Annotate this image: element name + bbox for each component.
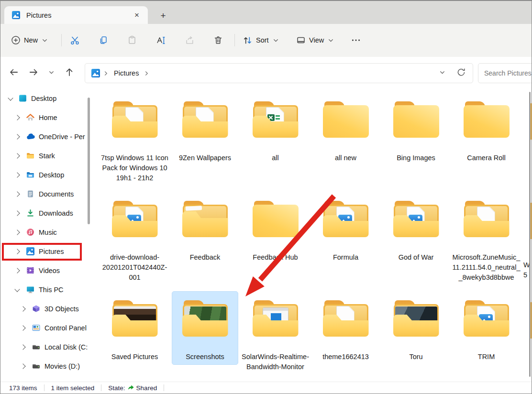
folder-label: drive-download-20201201T042440Z-001 <box>100 252 169 283</box>
chevron-right-icon[interactable] <box>20 344 26 350</box>
folder-tile-microsoft-zunemusic-11-2[interactable]: Microsoft.ZuneMusic_11.2111.54.0_neutral… <box>451 194 521 293</box>
sidebar-item-videos[interactable]: Videos <box>0 261 94 280</box>
sidebar-item-downloads[interactable]: Downloads <box>0 204 94 223</box>
sidebar-item-home[interactable]: Home <box>0 108 94 127</box>
content-scrollbar[interactable] <box>529 92 531 377</box>
folder-label: Feedback <box>170 252 240 263</box>
folder-icon <box>182 300 228 337</box>
refresh-icon[interactable] <box>456 67 466 79</box>
up-button[interactable] <box>60 64 79 83</box>
sidebar-item-documents[interactable]: Documents <box>0 185 94 204</box>
chevron-right-icon[interactable] <box>20 363 26 370</box>
folder-label: Feedback Hub <box>241 252 310 263</box>
sidebar-item-music[interactable]: Music <box>0 223 94 242</box>
chevron-down-icon <box>41 37 48 44</box>
chevron-right-icon[interactable] <box>14 172 21 178</box>
address-dropdown-chevron-icon[interactable] <box>439 69 446 78</box>
chevron-right-icon[interactable] <box>14 267 21 274</box>
delete-button[interactable] <box>209 31 228 50</box>
close-icon[interactable]: × <box>131 9 143 22</box>
new-tab-button[interactable]: + <box>157 10 169 22</box>
folder-label: Microsoft.ZuneMusic_11.2111.54.0_neutral… <box>452 252 521 283</box>
sidebar-item-stark[interactable]: Stark <box>0 146 94 165</box>
copy-button[interactable] <box>94 31 113 50</box>
breadcrumb-pictures[interactable]: Pictures <box>112 68 141 78</box>
chevron-right-icon[interactable] <box>14 133 21 140</box>
sidebar-item-label: This PC <box>39 286 64 294</box>
sidebar-scrollbar[interactable] <box>88 98 90 224</box>
chevron-right-icon[interactable] <box>14 210 21 217</box>
toolbar-separator <box>234 34 235 46</box>
sidebar-item-this-pc[interactable]: This PC <box>0 280 94 299</box>
folder-label: Bing Images <box>381 153 451 163</box>
sidebar-item-label: Control Panel <box>44 324 87 332</box>
chevron-down-icon <box>48 69 55 78</box>
share-button[interactable] <box>180 31 199 50</box>
sidebar-item-movies-d[interactable]: Movies (D:) <box>0 357 94 376</box>
folder-tile-bing-images[interactable]: Bing Images <box>381 95 451 193</box>
chevron-right-icon[interactable] <box>14 191 21 197</box>
folder-tile-theme1662413[interactable]: theme1662413 <box>310 294 381 382</box>
folder-label: all new <box>311 153 380 163</box>
sidebar-item-label: Documents <box>39 190 74 198</box>
folder-icon <box>112 300 158 337</box>
items-count: 173 items <box>9 384 37 392</box>
folder-tile-toru[interactable]: Toru <box>381 294 451 382</box>
sidebar-item-3d-objects[interactable]: 3D Objects <box>0 299 94 318</box>
scissors-icon <box>70 35 80 45</box>
sidebar-item-control-panel[interactable]: Control Panel <box>0 318 94 338</box>
back-button[interactable] <box>4 64 23 83</box>
sort-button[interactable]: Sort <box>240 31 282 50</box>
desktopfolder-icon <box>26 171 35 179</box>
state-label: State: <box>108 384 125 392</box>
sidebar-item-desktop[interactable]: Desktop <box>0 89 94 108</box>
sidebar-item-label: Movies (D:) <box>44 362 80 370</box>
folder-tile-9zen-wallpapers[interactable]: 9Zen Wallpapers <box>170 95 240 193</box>
more-options-button[interactable] <box>346 31 366 50</box>
forward-button[interactable] <box>24 64 43 83</box>
chevron-down-icon[interactable] <box>14 286 21 293</box>
chevron-down-icon[interactable] <box>7 95 14 102</box>
folder-tile-solarwinds-realtime-band[interactable]: SolarWinds-Realtime-Bandwidth-Monitor <box>240 294 310 382</box>
address-bar[interactable]: Pictures <box>85 63 473 83</box>
view-button[interactable]: View <box>293 31 337 50</box>
chevron-right-icon[interactable] <box>14 114 21 121</box>
folder-icon <box>253 300 299 337</box>
rename-button[interactable] <box>151 31 170 50</box>
folder-label: SolarWinds-Realtime-Bandwidth-Monitor <box>241 352 310 372</box>
navigation-pane: DesktopHomeOneDrive - PerStarkDesktopDoc… <box>0 89 94 382</box>
folder-tile-all-new[interactable]: all new <box>310 95 381 193</box>
chevron-right-icon[interactable] <box>14 153 21 159</box>
folder-tile-camera-roll[interactable]: Camera Roll <box>451 95 521 193</box>
sidebar-item-local-disk-c[interactable]: Local Disk (C: <box>0 338 94 357</box>
toolbar: New Sort View <box>0 24 532 57</box>
folder-tile-saved-pictures[interactable]: Saved Pictures <box>100 294 170 382</box>
folder-tile-7tsp-windows-11-icon-pac[interactable]: 7tsp Windows 11 Icon Pack for Windows 10… <box>100 95 170 193</box>
chevron-right-icon[interactable] <box>20 306 26 312</box>
recent-locations-button[interactable] <box>43 64 60 83</box>
folder-tile-feedback-hub[interactable]: Feedback Hub <box>240 194 310 293</box>
paste-button[interactable] <box>122 31 142 50</box>
folder-tile-all[interactable]: all <box>240 95 310 193</box>
sidebar-item-onedrive-per[interactable]: OneDrive - Per <box>0 127 94 146</box>
chevron-right-icon[interactable] <box>14 229 21 236</box>
cut-button[interactable] <box>65 31 84 50</box>
folder-tile-trim[interactable]: TRIM <box>451 294 521 382</box>
tab-pictures[interactable]: Pictures × <box>4 6 148 24</box>
folder-icon <box>393 101 439 138</box>
sidebar-item-desktop[interactable]: Desktop <box>0 165 94 185</box>
folder-tile-drive-download-20201201t[interactable]: drive-download-20201201T042440Z-001 <box>100 194 170 293</box>
folder-tile-feedback[interactable]: Feedback <box>170 194 240 293</box>
folder-icon <box>253 201 299 237</box>
folder-tile-screenshots[interactable]: Screenshots <box>170 294 240 382</box>
folder-tile-god-of-war[interactable]: God of War <box>381 194 451 293</box>
new-button[interactable]: New <box>8 31 51 50</box>
search-input[interactable] <box>478 69 532 77</box>
folder-icon <box>464 101 510 138</box>
chevron-right-icon[interactable] <box>20 325 26 331</box>
sidebar-item-label: Home <box>39 114 57 121</box>
sort-button-label: Sort <box>256 36 269 44</box>
copy-icon <box>99 35 108 45</box>
folder-label: Camera Roll <box>452 153 521 163</box>
folder-tile-formula[interactable]: Formula <box>310 194 381 293</box>
